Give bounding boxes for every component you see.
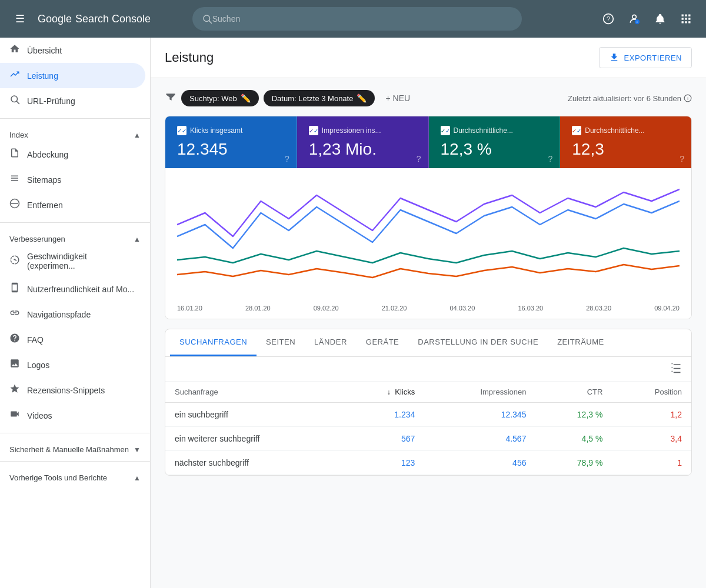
metric-card-ctr[interactable]: ✓ Durchschnittliche... 12,3 % ? <box>429 116 561 168</box>
col-header-suchanfrage[interactable]: Suchanfrage <box>165 382 344 403</box>
tab-zeitraeume[interactable]: ZEITRÄUME <box>548 329 614 356</box>
sidebar-section-index[interactable]: Index ▲ <box>0 123 150 142</box>
sidebar-item-uebersicht[interactable]: Übersicht <box>0 38 145 63</box>
sidebar-item-geschwindigkeit[interactable]: Geschwindigkeit (experimen... <box>0 246 145 276</box>
search-bar[interactable] <box>192 7 522 31</box>
menu-icon[interactable]: ☰ <box>9 8 31 29</box>
sidebar-item-sitemaps[interactable]: Sitemaps <box>0 167 145 192</box>
x-label-7: 09.04.20 <box>654 305 680 312</box>
metric-help-position[interactable]: ? <box>680 154 684 163</box>
table-row: nächster suchbegriff 123 456 78,9 % 1 <box>165 451 691 475</box>
metric-header-position: ✓ Durchschnittliche... <box>572 126 680 135</box>
cell-klicks-0: 1.234 <box>344 403 424 427</box>
svg-rect-11 <box>685 18 687 19</box>
filter-chip-suchtyp[interactable]: Suchtyp: Web ✏️ <box>181 90 259 106</box>
metric-checkbox-impressionen[interactable]: ✓ <box>309 126 318 135</box>
sidebar-label-abdeckung: Abdeckung <box>27 150 68 159</box>
tab-geraete[interactable]: GERÄTE <box>357 329 408 356</box>
svg-rect-13 <box>682 21 684 23</box>
export-label: EXPORTIEREN <box>624 54 682 62</box>
metric-help-klicks[interactable]: ? <box>285 154 289 163</box>
logos-icon <box>9 358 20 372</box>
cell-position-0: 1,2 <box>612 403 691 427</box>
chevron-up-icon: ▲ <box>134 131 141 139</box>
svg-text:+: + <box>636 20 638 24</box>
sidebar-label-sitemaps: Sitemaps <box>27 175 61 185</box>
chevron-down-icon: ▼ <box>134 446 141 454</box>
star-icon <box>9 383 20 397</box>
svg-rect-7 <box>682 15 684 16</box>
tab-suchanfragen[interactable]: SUCHANFRAGEN <box>170 329 257 356</box>
edit-icon-2: ✏️ <box>357 93 367 103</box>
sidebar-section-verbesserungen[interactable]: Verbesserungen ▲ <box>0 228 150 246</box>
tab-darstellung[interactable]: DARSTELLUNG IN DER SUCHE <box>408 329 548 356</box>
col-header-ctr[interactable]: CTR <box>535 382 612 403</box>
notifications-button[interactable] <box>650 8 671 29</box>
metric-card-position[interactable]: ✓ Durchschnittliche... 12,3 ? <box>560 116 691 168</box>
sidebar-section-tools[interactable]: Vorherige Tools und Berichte ▲ <box>0 466 150 485</box>
x-label-3: 21.02.20 <box>382 305 407 312</box>
help-button[interactable]: ? <box>598 8 619 29</box>
table-filter-row <box>165 357 691 382</box>
col-header-klicks[interactable]: ↓ Klicks <box>344 382 424 403</box>
table-filter-icon[interactable] <box>670 362 682 376</box>
metric-checkbox-klicks[interactable]: ✓ <box>177 126 187 135</box>
chevron-up-icon-2: ▲ <box>134 235 141 243</box>
svg-rect-8 <box>685 15 687 16</box>
coverage-icon <box>9 148 20 161</box>
metric-card-impressionen[interactable]: ✓ Impressionen ins... 1,23 Mio. ? <box>297 116 429 168</box>
sidebar-item-url-pruefung[interactable]: URL-Prüfung <box>0 88 145 113</box>
sidebar-label-url-pruefung: URL-Prüfung <box>27 96 75 106</box>
sidebar-item-nutzerfreundlichkeit[interactable]: Nutzerfreundlichkeit auf Mo... <box>0 276 145 302</box>
metric-checkbox-position[interactable]: ✓ <box>572 126 581 135</box>
new-filter-button[interactable]: + NEU <box>379 90 416 106</box>
sidebar-item-faq[interactable]: FAQ <box>0 327 145 352</box>
tab-seiten[interactable]: SEITEN <box>257 329 305 356</box>
sidebar-item-abdeckung[interactable]: Abdeckung <box>0 142 145 167</box>
metric-checkbox-ctr[interactable]: ✓ <box>441 126 450 135</box>
export-button[interactable]: EXPORTIEREN <box>599 47 692 68</box>
sidebar-divider-2 <box>0 222 150 223</box>
sidebar-item-logos[interactable]: Logos <box>0 352 145 377</box>
topbar-icons: ? + <box>598 8 697 29</box>
sidebar-label-videos: Videos <box>27 411 52 420</box>
sidebar-divider-1 <box>0 118 150 119</box>
table-section: SUCHANFRAGEN SEITEN LÄNDER GERÄTE DARSTE… <box>165 329 692 476</box>
speed-icon <box>9 255 20 268</box>
col-header-position[interactable]: Position <box>612 382 691 403</box>
breadcrumb-icon <box>9 308 20 321</box>
metric-value-impressionen: 1,23 Mio. <box>309 140 417 159</box>
sort-arrow-klicks: ↓ <box>387 388 391 396</box>
search-input[interactable] <box>212 14 512 24</box>
sidebar-item-rezensions-snippets[interactable]: Rezensions-Snippets <box>0 377 145 403</box>
col-header-impressionen[interactable]: Impressionen <box>424 382 535 403</box>
sidebar-item-leistung[interactable]: Leistung <box>0 63 145 88</box>
metric-card-klicks[interactable]: ✓ Klicks insgesamt 12.345 ? <box>165 116 297 168</box>
sidebar-item-navigationspfade[interactable]: Navigationspfade <box>0 302 145 327</box>
sidebar-label-faq: FAQ <box>27 335 44 345</box>
apps-button[interactable] <box>675 8 697 29</box>
sidebar-label-rezensions-snippets: Rezensions-Snippets <box>27 386 105 395</box>
metric-label-klicks: Klicks insgesamt <box>190 126 242 135</box>
x-label-6: 28.03.20 <box>586 305 611 312</box>
performance-chart <box>177 178 680 295</box>
cell-suchanfrage-1: ein weiterer suchbegriff <box>165 427 344 451</box>
sidebar-item-videos[interactable]: Videos <box>0 403 145 428</box>
tab-laender[interactable]: LÄNDER <box>305 329 357 356</box>
metric-help-impressionen[interactable]: ? <box>417 154 421 163</box>
main-content: Leistung EXPORTIEREN Suchtyp: Web ✏️ <box>151 38 706 588</box>
mobile-icon <box>9 282 20 296</box>
sidebar-section-sicherheit[interactable]: Sicherheit & Manuelle Maßnahmen ▼ <box>0 438 150 456</box>
svg-text:?: ? <box>607 15 610 22</box>
metric-help-ctr[interactable]: ? <box>548 154 552 163</box>
filter-icon[interactable] <box>165 91 176 106</box>
cell-position-2: 1 <box>612 451 691 475</box>
url-search-icon <box>9 94 20 108</box>
sidebar-item-entfernen[interactable]: Entfernen <box>0 192 145 218</box>
x-label-0: 16.01.20 <box>177 305 202 312</box>
topbar: ☰ Google Search Console ? + <box>0 0 706 38</box>
filter-chip-datum[interactable]: Datum: Letzte 3 Monate ✏️ <box>264 90 375 106</box>
svg-point-4 <box>632 15 637 19</box>
account-button[interactable]: + <box>624 8 645 29</box>
notifications-icon <box>654 13 666 25</box>
